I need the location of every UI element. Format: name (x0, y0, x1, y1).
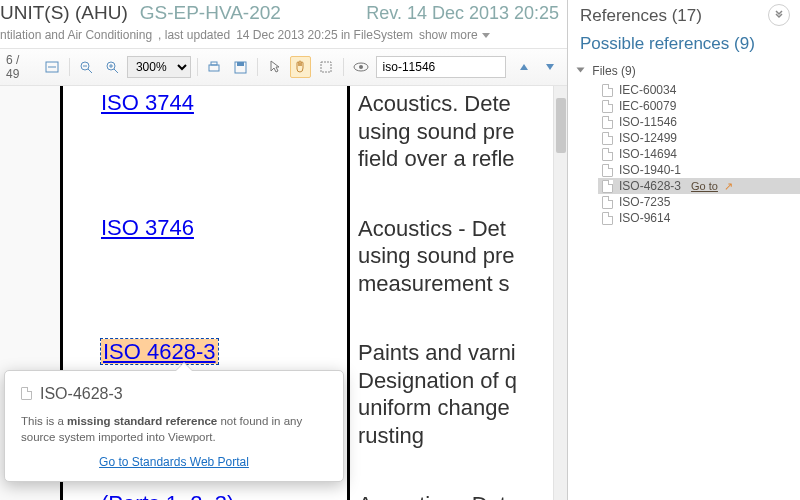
external-link-icon: ↗ (724, 180, 733, 193)
reference-popover: ISO-4628-3 This is a missing standard re… (4, 370, 344, 482)
search-input[interactable] (376, 56, 506, 78)
zoom-in-button[interactable] (101, 56, 123, 78)
svg-point-15 (359, 65, 363, 69)
svg-line-8 (114, 69, 118, 73)
standard-link-suffix: (Parts 1, 2, 3) (101, 491, 234, 500)
file-tree-label: IEC-60034 (619, 83, 676, 97)
save-button[interactable] (229, 56, 251, 78)
doc-title-fragment: UNIT(S) (AHU) (0, 2, 128, 24)
file-icon (602, 100, 613, 113)
file-tree-item[interactable]: ISO-9614 (598, 210, 800, 226)
svg-rect-12 (237, 62, 244, 66)
category-tail: ntilation and Air Conditioning (0, 28, 152, 42)
file-tree-label: ISO-14694 (619, 147, 677, 161)
fit-width-button[interactable] (41, 56, 63, 78)
file-tree-label: ISO-11546 (619, 115, 677, 129)
standard-description: Paints and varniDesignation of quniform … (350, 325, 567, 477)
vertical-scrollbar[interactable] (553, 86, 567, 500)
hand-tool-button[interactable] (290, 56, 312, 78)
popover-portal-link[interactable]: Go to Standards Web Portal (21, 455, 327, 469)
next-result-button[interactable] (539, 56, 561, 78)
marquee-tool-button[interactable] (315, 56, 337, 78)
file-tree-label: ISO-9614 (619, 211, 670, 225)
svg-rect-10 (211, 62, 217, 65)
file-icon (602, 116, 613, 129)
file-icon (602, 148, 613, 161)
possible-references-header[interactable]: Possible references (9) (568, 30, 800, 62)
standard-description: Acoustics - Deteusing sound inte (350, 477, 567, 500)
standard-description: Acoustics - Detusing sound premeasuremen… (350, 201, 567, 326)
file-icon (602, 132, 613, 145)
pdf-toolbar: 6 / 49 300% (0, 48, 567, 86)
goto-link[interactable]: Go to (691, 180, 718, 192)
visibility-button[interactable] (350, 56, 372, 78)
file-tree-item[interactable]: IEC-60079 (598, 98, 800, 114)
file-icon (602, 84, 613, 97)
files-group-toggle[interactable]: Files (9) (578, 62, 800, 80)
standard-description: Acoustics. Deteusing sound prefield over… (350, 86, 567, 201)
file-icon (602, 212, 613, 225)
page-current: 6 (6, 53, 13, 67)
standard-link[interactable]: ISO 3744 (101, 90, 194, 115)
zoom-out-button[interactable] (76, 56, 98, 78)
popover-title: ISO-4628-3 (40, 385, 123, 403)
references-header[interactable]: References (17) (568, 0, 800, 30)
caret-down-icon (577, 68, 585, 73)
file-tree-label: ISO-7235 (619, 195, 670, 209)
file-icon (21, 387, 32, 400)
svg-line-4 (88, 69, 92, 73)
file-tree-item[interactable]: IEC-60034 (598, 82, 800, 98)
svg-rect-13 (321, 62, 331, 72)
page-total: 49 (6, 67, 19, 81)
file-tree-item[interactable]: ISO-7235 (598, 194, 800, 210)
file-tree-label: ISO-4628-3 (619, 179, 681, 193)
file-tree-item[interactable]: ISO-12499 (598, 130, 800, 146)
print-button[interactable] (204, 56, 226, 78)
file-tree-label: IEC-60079 (619, 99, 676, 113)
standard-link[interactable]: ISO 3746 (101, 215, 194, 240)
file-tree-item[interactable]: ISO-1940-1 (598, 162, 800, 178)
prev-result-button[interactable] (514, 56, 536, 78)
collapse-panel-button[interactable] (768, 4, 790, 26)
file-icon (602, 180, 613, 193)
doc-code: GS-EP-HVA-202 (140, 2, 281, 24)
doc-revision: Rev. 14 Dec 2013 20:25 (366, 3, 559, 24)
last-updated: 14 Dec 2013 20:25 in FileSystem (236, 28, 413, 42)
chevron-down-icon (482, 33, 490, 38)
file-tree-item[interactable]: ISO-4628-3Go to ↗ (598, 178, 800, 194)
file-tree-label: ISO-12499 (619, 131, 677, 145)
scroll-thumb[interactable] (556, 98, 566, 153)
popover-body: This is a missing standard reference not… (21, 413, 327, 445)
file-tree-item[interactable]: ISO-11546 (598, 114, 800, 130)
file-icon (602, 164, 613, 177)
file-tree-label: ISO-1940-1 (619, 163, 681, 177)
file-icon (602, 196, 613, 209)
select-tool-button[interactable] (264, 56, 286, 78)
standard-link[interactable]: ISO 4628-3 (101, 339, 218, 364)
zoom-select[interactable]: 300% (127, 56, 191, 78)
last-updated-sep: , last updated (158, 28, 230, 42)
svg-rect-9 (209, 65, 219, 71)
show-more-toggle[interactable]: show more (419, 28, 490, 42)
file-tree-item[interactable]: ISO-14694 (598, 146, 800, 162)
